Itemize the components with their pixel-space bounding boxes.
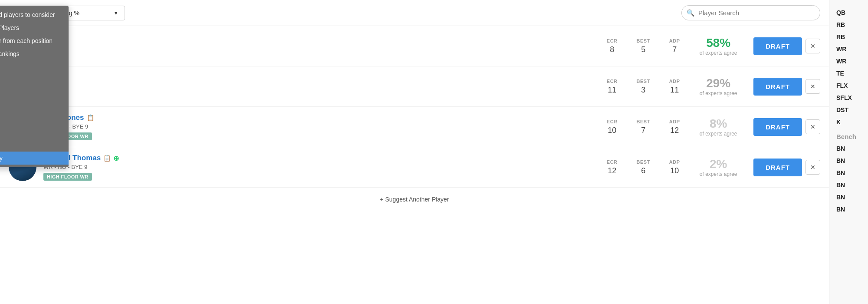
menu-item-suggested[interactable]: ✓ Suggested players to consider — [0, 8, 69, 21]
menu-item-wr-only[interactable]: WR Only — [0, 86, 69, 99]
menu-item-sflx-only[interactable]: SFLX Only — [0, 152, 69, 165]
adp-value: 7 — [666, 45, 683, 54]
roster-slot-bn1[interactable]: BN — [835, 143, 863, 154]
dismiss-button[interactable]: ✕ — [806, 160, 820, 175]
dismiss-button[interactable]: ✕ — [806, 79, 820, 94]
menu-item-overall[interactable]: Overall Rankings — [0, 47, 69, 60]
action-group: DRAFT ✕ — [753, 78, 820, 96]
action-group: DRAFT ✕ — [753, 159, 820, 176]
bench-label: Bench — [835, 129, 863, 142]
table-row: Michael Thomas 📋 ⊕ WR - NO - BYE 9 HIGH … — [0, 147, 829, 188]
main-content: View Expert Voting % ▼ ✓ Suggested playe… — [0, 0, 829, 304]
best-value: 6 — [635, 166, 652, 175]
voting-sub: of experts agree — [690, 131, 746, 137]
voting-col: 8% of experts agree — [690, 117, 746, 137]
menu-item-top-vbd[interactable]: Top VBD Players — [0, 21, 69, 34]
adp-value: 10 — [666, 166, 683, 175]
stats-group: ECR 11 BEST 3 ADP 11 — [603, 79, 683, 95]
best-label: BEST — [635, 79, 652, 84]
roster-slot-dst[interactable]: DST — [835, 104, 863, 116]
ecr-label: ECR — [603, 159, 621, 165]
voting-pct: 8% — [690, 117, 746, 131]
best-value: 7 — [635, 126, 652, 135]
voting-pct: 58% — [690, 36, 746, 50]
menu-item-label: SFLX Only — [0, 155, 3, 162]
menu-item-flx-only[interactable]: FLX Only — [0, 139, 69, 152]
menu-item-qb-only[interactable]: QB Only — [0, 60, 69, 73]
dropdown-wrapper[interactable]: Expert Voting % ▼ ✓ Suggested players to… — [30, 6, 125, 20]
draft-button[interactable]: DRAFT — [753, 78, 802, 96]
roster-slot-bn6[interactable]: BN — [835, 204, 863, 215]
best-col: BEST 3 — [635, 79, 652, 95]
table-row: Julio Jones 📋 WR - ATL - BYE 9 HIGH FLOO… — [0, 107, 829, 147]
adp-value: 12 — [666, 126, 683, 135]
note-icon: 📋 — [87, 114, 94, 121]
search-icon: 🔍 — [687, 9, 695, 17]
ecr-col: ECR 8 — [603, 38, 621, 54]
ecr-value: 8 — [603, 45, 621, 54]
draft-button[interactable]: DRAFT — [753, 37, 802, 55]
dismiss-button[interactable]: ✕ — [806, 119, 820, 134]
player-list: ECR 8 BEST 5 ADP 7 58% of experts agree — [0, 26, 829, 304]
draft-button[interactable]: DRAFT — [753, 159, 802, 176]
roster-slot-bn3[interactable]: BN — [835, 167, 863, 178]
dismiss-button[interactable]: ✕ — [806, 39, 820, 53]
roster-slot-bn2[interactable]: BN — [835, 155, 863, 166]
adp-col: ADP 7 — [666, 38, 683, 54]
menu-item-label: Top player from each position — [0, 37, 53, 44]
voting-sub: of experts agree — [690, 90, 746, 96]
adp-col: ADP 11 — [666, 79, 683, 95]
voting-col: 2% of experts agree — [690, 157, 746, 177]
player-search-input[interactable] — [681, 5, 820, 20]
stats-group: ECR 12 BEST 6 ADP 10 — [603, 159, 683, 175]
player-info — [43, 86, 596, 88]
ecr-col: ECR 12 — [603, 159, 621, 175]
roster-panel: QB RB RB WR WR TE FLX SFLX DST K Bench B… — [829, 0, 868, 304]
player-info — [43, 45, 596, 47]
page-wrapper: View Expert Voting % ▼ ✓ Suggested playe… — [0, 0, 868, 304]
menu-item-dst-only[interactable]: DST Only — [0, 126, 69, 139]
best-label: BEST — [635, 38, 652, 43]
roster-slot-rb1[interactable]: RB — [835, 19, 863, 30]
roster-slot-rb2[interactable]: RB — [835, 31, 863, 43]
player-name: Michael Thomas 📋 ⊕ — [43, 154, 596, 162]
player-meta: WR - ATL - BYE 9 — [43, 123, 596, 130]
stats-group: ECR 8 BEST 5 ADP 7 — [603, 38, 683, 54]
ecr-label: ECR — [603, 119, 621, 124]
add-icon[interactable]: ⊕ — [113, 154, 119, 162]
roster-slot-qb[interactable]: QB — [835, 7, 863, 18]
adp-col: ADP 10 — [666, 159, 683, 175]
menu-item-k-only[interactable]: K Only — [0, 112, 69, 126]
menu-item-rb-only[interactable]: RB Only — [0, 73, 69, 86]
menu-item-top-position[interactable]: Top player from each position — [0, 34, 69, 47]
roster-slot-wr1[interactable]: WR — [835, 43, 863, 55]
best-label: BEST — [635, 119, 652, 124]
roster-slot-sflx[interactable]: SFLX — [835, 92, 863, 103]
best-col: BEST 7 — [635, 119, 652, 135]
roster-slot-k[interactable]: K — [835, 116, 863, 128]
search-wrapper: 🔍 — [681, 5, 820, 20]
action-group: DRAFT ✕ — [753, 37, 820, 55]
ecr-label: ECR — [603, 38, 621, 43]
ecr-col: ECR 10 — [603, 119, 621, 135]
menu-item-label: Overall Rankings — [0, 50, 20, 57]
draft-button[interactable]: DRAFT — [753, 118, 802, 136]
roster-slot-bn4[interactable]: BN — [835, 179, 863, 191]
suggest-another-link[interactable]: + Suggest Another Player — [380, 196, 449, 203]
note-icon: 📋 — [103, 155, 111, 162]
ecr-col: ECR 11 — [603, 79, 621, 95]
voting-col: 58% of experts agree — [690, 36, 746, 56]
player-meta: WR - NO - BYE 9 — [43, 164, 596, 170]
roster-slot-wr2[interactable]: WR — [835, 56, 863, 67]
menu-item-te-only[interactable]: TE Only — [0, 99, 69, 112]
roster-slot-te[interactable]: TE — [835, 68, 863, 79]
roster-slot-flx[interactable]: FLX — [835, 80, 863, 91]
view-dropdown-menu: ✓ Suggested players to consider Top VBD … — [0, 6, 69, 167]
voting-pct: 29% — [690, 76, 746, 90]
stats-group: ECR 10 BEST 7 ADP 12 — [603, 119, 683, 135]
player-info: Michael Thomas 📋 ⊕ WR - NO - BYE 9 HIGH … — [43, 154, 596, 181]
roster-slot-bn5[interactable]: BN — [835, 192, 863, 203]
menu-item-label: Suggested players to consider — [0, 11, 55, 18]
best-label: BEST — [635, 159, 652, 165]
adp-label: ADP — [666, 38, 683, 43]
